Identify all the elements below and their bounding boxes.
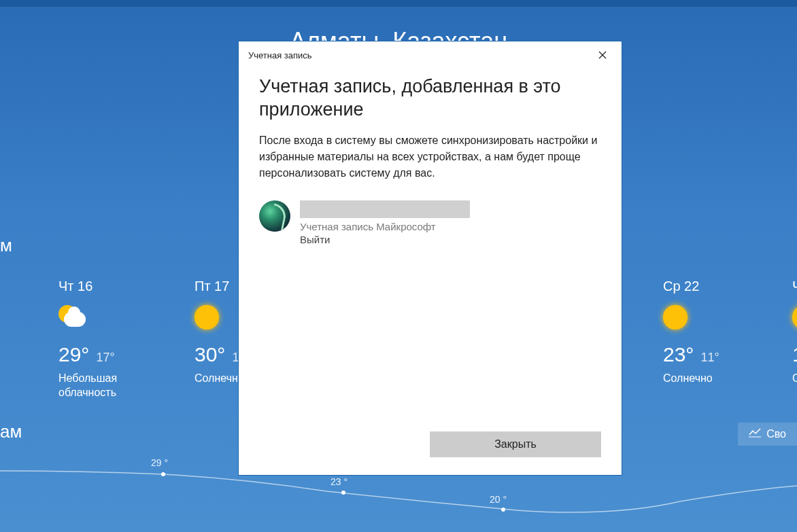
avatar [259,200,290,232]
forecast-low: 11° [700,351,719,365]
forecast-condition: Небольшая облачность [58,372,154,400]
forecast-condition: Солн [792,372,797,386]
signout-link[interactable]: Выйти [300,234,601,245]
chart-temp-label: 23 ° [330,476,347,487]
forecast-card[interactable]: Чт 2 19° Солн [792,279,797,386]
forecast-high: 19° [792,343,797,366]
forecast-high: 23° [663,343,694,366]
sunny-icon [792,305,797,332]
dialog-title: Учетная запись [248,50,312,60]
summary-button[interactable]: Сво [738,423,797,446]
forecast-day: Ср 22 [663,279,758,294]
window-top-bar [0,0,797,7]
chart-temp-label: 29 ° [151,457,168,468]
svg-point-1 [161,472,165,476]
forecast-condition: Солнечно [663,372,758,386]
forecast-high: 30° [194,343,225,366]
section-label-partial-bottom: ам [0,421,22,442]
chart-temp-label: 20 ° [490,494,507,505]
forecast-temps: 29° 17° [58,343,154,366]
dialog-description: После входа в систему вы сможете синхрон… [259,132,601,181]
chart-line-icon [749,428,761,440]
dialog-body: Учетная запись, добавленная в это прилож… [239,69,622,419]
account-info: Учетная запись Майкрософт Выйти [300,200,601,245]
dialog-heading: Учетная запись, добавленная в это прилож… [259,75,601,122]
forecast-low: 17° [96,351,114,365]
sunny-icon [663,305,690,332]
svg-point-2 [341,491,345,495]
forecast-row-right: Ср 22 23° 11° Солнечно Чт 2 19° Солн [663,279,797,386]
account-name-redacted [300,200,470,218]
svg-point-3 [501,508,505,512]
dialog-header: Учетная запись [239,41,622,69]
close-icon[interactable] [593,46,612,65]
forecast-high: 29° [58,343,89,366]
forecast-temps: 23° 11° [663,343,758,366]
account-dialog: Учетная запись Учетная запись, добавленн… [238,41,622,476]
account-type-label: Учетная запись Майкрософт [300,221,601,232]
sunny-icon [194,305,222,332]
forecast-temps: 19° [792,343,797,366]
close-button[interactable]: Закрыть [430,431,601,457]
partly-cloudy-icon [58,305,86,332]
account-row: Учетная запись Майкрософт Выйти [259,200,601,245]
dialog-footer: Закрыть [239,419,622,475]
forecast-card[interactable]: Чт 16 29° 17° Небольшая облачность [58,279,154,400]
forecast-day: Чт 2 [792,279,797,294]
section-label-partial-top: м [0,235,12,256]
forecast-day: Чт 16 [58,279,154,294]
summary-button-label: Сво [766,428,786,440]
forecast-card[interactable]: Ср 22 23° 11° Солнечно [663,279,758,386]
